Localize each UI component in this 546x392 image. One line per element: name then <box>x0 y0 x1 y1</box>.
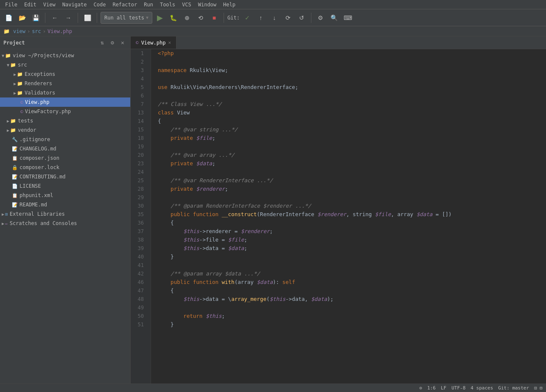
git-push-button[interactable]: ↑ <box>255 12 267 24</box>
sidebar: Project ⇅ ⚙ ✕ ▼ 📁 view ~/Projects/view ▼… <box>0 36 131 384</box>
terminal-button[interactable]: ⌨ <box>342 12 354 24</box>
window-mode-button[interactable]: ⬜ <box>81 12 93 24</box>
menu-run[interactable]: Run <box>140 0 157 9</box>
tree-item-contributing[interactable]: 📝 CONTRIBUTING.md <box>0 172 130 181</box>
breadcrumb-file[interactable]: View.php <box>48 28 72 34</box>
sidebar-expand-all-button[interactable]: ⇅ <box>98 39 106 47</box>
token: $data <box>311 295 327 303</box>
settings-button[interactable]: ⚙ <box>315 12 327 24</box>
code-line-29 <box>158 193 546 202</box>
back-button[interactable]: ← <box>49 12 61 24</box>
breadcrumb-icon: 📁 <box>3 28 10 34</box>
tree-label-changelog: CHANGELOG.md <box>20 146 56 152</box>
tree-item-license[interactable]: 📄 LICENSE <box>0 181 130 191</box>
token: private <box>171 134 196 142</box>
run-config-dropdown-arrow[interactable]: ▼ <box>146 15 148 20</box>
git-update-button[interactable]: ✓ <box>241 12 253 24</box>
menu-window[interactable]: Window <box>195 0 220 9</box>
sidebar-close-button[interactable]: ✕ <box>118 39 127 47</box>
tree-item-root[interactable]: ▼ 📁 view ~/Projects/view <box>0 51 130 60</box>
breadcrumb-src[interactable]: src <box>32 28 41 34</box>
code-content[interactable]: 1 2 3 4 5 6 7 13 14 15 18 19 20 23 24 25… <box>131 49 546 384</box>
token: $renderer <box>317 210 346 219</box>
token: ( <box>257 210 260 219</box>
git-pull-button[interactable]: ↓ <box>269 12 280 24</box>
search-button[interactable]: 🔍 <box>328 12 340 24</box>
profiler-button[interactable]: ⟲ <box>195 12 207 24</box>
code-line-51: } <box>158 320 546 329</box>
main-layout: Project ⇅ ⚙ ✕ ▼ 📁 view ~/Projects/view ▼… <box>0 36 546 384</box>
tree-item-phpunitxml[interactable]: 📋 phpunit.xml <box>0 191 130 200</box>
save-button[interactable]: 💾 <box>30 12 42 24</box>
token: namespace <box>158 66 190 75</box>
file-icon-contributing: 📝 <box>12 174 18 180</box>
tree-item-gitignore[interactable]: 🔧 .gitignore <box>0 135 130 144</box>
status-line-sep[interactable]: LF <box>441 385 446 391</box>
menu-vcs[interactable]: VCS <box>179 0 195 9</box>
tab-close-viewphp[interactable]: ✕ <box>168 40 171 45</box>
tree-item-vendor[interactable]: ▶ 📁 vendor <box>0 125 130 135</box>
tree-label-composerlock: composer.lock <box>20 164 59 170</box>
stop-button[interactable]: ■ <box>208 12 220 24</box>
token: /** @param array $data ...*/ <box>158 270 260 278</box>
php-icon-viewphp: © <box>20 100 23 105</box>
token: private <box>171 159 196 168</box>
tree-item-external-libraries[interactable]: ▶ ⊞ External Libraries <box>0 209 130 219</box>
menu-help[interactable]: Help <box>220 0 239 9</box>
ln-50: 50 <box>131 312 147 320</box>
status-indent[interactable]: 4 spaces <box>470 385 493 391</box>
token <box>158 210 171 219</box>
status-position[interactable]: 1:6 <box>427 385 436 391</box>
token: } <box>158 320 174 329</box>
menu-edit[interactable]: Edit <box>21 0 40 9</box>
tree-item-viewfactoryphp[interactable]: © ViewFactory.php <box>0 107 130 116</box>
tree-label-gitignore: .gitignore <box>20 136 50 142</box>
code-text[interactable]: <?php namespace Rkulik\View ; use Rkulik… <box>151 49 546 384</box>
debug-button[interactable]: 🐛 <box>168 12 179 24</box>
tree-item-exceptions[interactable]: ▶ 📁 Exceptions <box>0 70 130 79</box>
tree-label-license: LICENSE <box>20 183 41 189</box>
menu-file[interactable]: File <box>2 0 21 9</box>
menu-view[interactable]: View <box>40 0 59 9</box>
code-line-28: private $renderer ; <box>158 185 546 193</box>
ln-25: 25 <box>131 176 147 185</box>
status-git[interactable]: Git: master <box>498 385 529 391</box>
tree-item-validators[interactable]: ▶ 📁 Validators <box>0 88 130 97</box>
tree-item-renderers[interactable]: ▶ 📁 Renderers <box>0 79 130 88</box>
forward-button[interactable]: → <box>62 12 74 24</box>
token: ): <box>273 278 283 286</box>
sidebar-settings-button[interactable]: ⚙ <box>108 39 117 47</box>
coverage-button[interactable]: ⊕ <box>181 12 193 24</box>
run-button[interactable]: ▶ <box>154 12 166 24</box>
menu-navigate[interactable]: Navigate <box>59 0 90 9</box>
toolbar-sep-4 <box>224 13 224 23</box>
tree-item-composerlock[interactable]: 🔒 composer.lock <box>0 163 130 172</box>
token: /** @var RendererInterface ...*/ <box>158 176 273 185</box>
open-button[interactable]: 📂 <box>16 12 28 24</box>
tree-item-tests[interactable]: ▶ 📁 tests <box>0 116 130 125</box>
git-revert-button[interactable]: ↺ <box>296 12 308 24</box>
token: /** Class View ...*/ <box>158 100 222 108</box>
run-all-tests-button[interactable]: Run all tests ▼ <box>101 12 152 24</box>
tab-viewphp[interactable]: © View.php ✕ <box>131 36 176 49</box>
tree-item-composerjson[interactable]: 📋 composer.json <box>0 153 130 163</box>
tree-item-readme[interactable]: 📝 README.md <box>0 200 130 209</box>
toggle-src: ▼ <box>7 63 9 67</box>
breadcrumb-arrow-2: › <box>43 28 46 34</box>
ln-42: 42 <box>131 270 147 278</box>
new-file-button[interactable]: 📄 <box>3 12 14 24</box>
menu-refactor[interactable]: Refactor <box>109 0 140 9</box>
git-history-button[interactable]: ⟳ <box>282 12 294 24</box>
tree-item-src[interactable]: ▼ 📁 src <box>0 60 130 70</box>
status-encoding[interactable]: UTF-8 <box>451 385 465 391</box>
code-line-46: public function with ( array $data ): se… <box>158 278 546 286</box>
status-bar: ⊙ 1:6 LF UTF-8 4 spaces Git: master ⊡ ⊟ <box>0 384 546 392</box>
tree-item-changelog[interactable]: 📝 CHANGELOG.md <box>0 144 130 153</box>
ln-1: 1 <box>131 49 147 58</box>
tree-item-viewphp[interactable]: © View.php <box>0 97 130 107</box>
tree-item-scratches[interactable]: ▶ ✏ Scratches and Consoles <box>0 219 130 228</box>
breadcrumb-view[interactable]: view <box>13 28 25 34</box>
token: ; <box>225 185 228 193</box>
menu-code[interactable]: Code <box>90 0 109 9</box>
menu-tools[interactable]: Tools <box>157 0 179 9</box>
